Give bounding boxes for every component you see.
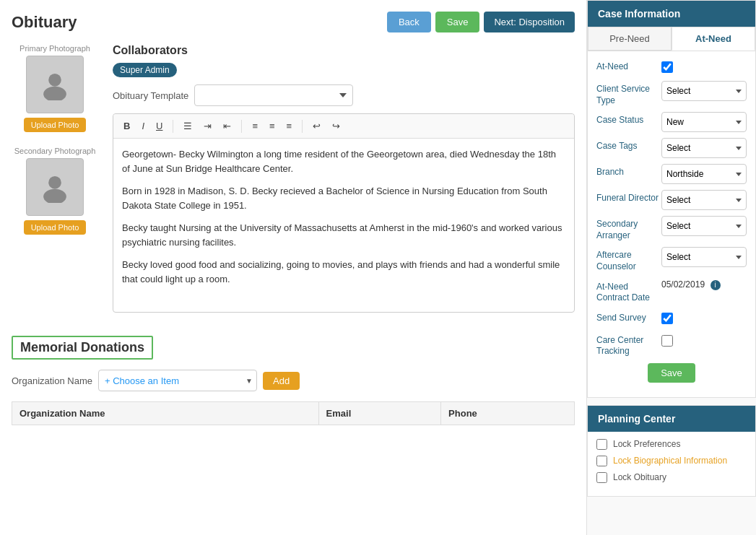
branch-select[interactable]: Northside — [661, 164, 747, 184]
care-center-row: Care Center Tracking — [596, 332, 747, 357]
org-row: Organization Name + Choose an Item Add — [12, 370, 575, 391]
photos-column: Primary Photograph Upload Photo Secondar… — [12, 44, 98, 324]
aftercare-counselor-label: Aftercare Counselor — [596, 247, 661, 272]
secondary-photo-label: Secondary Photograph — [12, 147, 98, 155]
lock-preferences-checkbox[interactable] — [596, 439, 607, 450]
send-survey-row: Send Survey — [596, 310, 747, 326]
editor-paragraph-2: Born in 1928 in Madison, S. D. Becky rec… — [122, 184, 565, 212]
back-button[interactable]: Back — [387, 12, 431, 32]
template-label: Obituary Template — [113, 90, 188, 101]
planning-panel-header: Planning Center — [588, 406, 755, 432]
choose-item-wrapper: + Choose an Item — [98, 370, 257, 391]
secondary-arranger-row: Secondary Arranger Select — [596, 216, 747, 241]
indent-button[interactable]: ⇥ — [199, 118, 216, 134]
planning-row-preferences: Lock Preferences — [596, 439, 747, 450]
unordered-list-button[interactable]: ☰ — [179, 118, 196, 134]
editor-paragraph-1: Georgetown- Becky Wilmington a long time… — [122, 147, 565, 175]
sep1 — [173, 120, 173, 133]
contract-date-control: 05/02/2019 i — [661, 279, 747, 290]
case-tags-select[interactable]: Select — [661, 138, 747, 158]
primary-photo-block: Primary Photograph Upload Photo — [12, 44, 98, 132]
outdent-button[interactable]: ⇤ — [219, 118, 235, 134]
tab-at-need[interactable]: At-Need — [672, 27, 755, 51]
secondary-photo-block: Secondary Photograph Upload Photo — [12, 147, 98, 235]
bold-button[interactable]: B — [119, 118, 134, 134]
funeral-director-row: Funeral Director Select — [596, 190, 747, 210]
align-left-button[interactable]: ≡ — [248, 118, 262, 134]
save-sidebar-button[interactable]: Save — [648, 363, 695, 383]
secondary-arranger-label: Secondary Arranger — [596, 216, 661, 241]
primary-upload-button[interactable]: Upload Photo — [24, 118, 87, 132]
contract-date-row: At-Need Contract Date 05/02/2019 i — [596, 279, 747, 304]
next-button[interactable]: Next: Disposition — [484, 12, 575, 32]
undo-button[interactable]: ↩ — [308, 118, 325, 134]
contract-date-label: At-Need Contract Date — [596, 279, 661, 304]
editor-body[interactable]: Georgetown- Becky Wilmington a long time… — [113, 139, 574, 312]
tab-pre-need[interactable]: Pre-Need — [588, 27, 672, 51]
send-survey-control — [661, 310, 747, 326]
aftercare-counselor-control: Select — [661, 247, 747, 267]
add-button[interactable]: Add — [263, 372, 300, 390]
care-center-control — [661, 332, 747, 349]
italic-button[interactable]: I — [137, 118, 149, 134]
planning-row-obituary: Lock Obituary — [596, 472, 747, 483]
col-email: Email — [318, 402, 441, 425]
svg-point-1 — [43, 87, 66, 100]
case-status-label: Case Status — [596, 112, 661, 126]
memorial-donations-section: Memorial Donations Organization Name + C… — [12, 336, 575, 425]
primary-photo-label: Primary Photograph — [12, 44, 98, 53]
contract-date-value: 05/02/2019 — [661, 277, 705, 290]
person-icon — [39, 69, 71, 100]
care-center-checkbox[interactable] — [661, 335, 673, 347]
care-center-label: Care Center Tracking — [596, 332, 661, 357]
case-tags-control: Select — [661, 138, 747, 158]
case-status-control: New — [661, 112, 747, 132]
secondary-photo-placeholder — [26, 158, 84, 216]
sep3 — [302, 120, 303, 133]
lock-preferences-label: Lock Preferences — [613, 439, 680, 449]
admin-badge: Super Admin — [113, 63, 177, 77]
secondary-arranger-control: Select — [661, 216, 747, 236]
case-status-select[interactable]: New — [661, 112, 747, 132]
branch-control: Northside — [661, 164, 747, 184]
collaborators-label: Collaborators — [113, 44, 575, 57]
contract-date-info-icon[interactable]: i — [711, 280, 721, 290]
send-survey-checkbox[interactable] — [661, 313, 673, 324]
planning-fields: Lock Preferences Lock Biographical Infor… — [588, 432, 755, 496]
underline-button[interactable]: U — [152, 118, 167, 134]
save-main-button[interactable]: Save — [435, 12, 480, 32]
template-select[interactable] — [194, 84, 353, 106]
org-label: Organization Name — [12, 375, 92, 386]
choose-item-select[interactable]: + Choose an Item — [98, 370, 257, 391]
aftercare-counselor-row: Aftercare Counselor Select — [596, 247, 747, 272]
branch-label: Branch — [596, 164, 661, 178]
col-org-name: Organization Name — [12, 402, 319, 425]
case-fields: At-Need Client Service Type Select Case … — [588, 51, 755, 397]
case-tags-label: Case Tags — [596, 138, 661, 152]
svg-point-3 — [43, 189, 66, 203]
redo-button[interactable]: ↪ — [328, 118, 344, 134]
align-right-button[interactable]: ≡ — [282, 118, 297, 134]
funeral-director-label: Funeral Director — [596, 190, 661, 204]
align-center-button[interactable]: ≡ — [265, 118, 279, 134]
case-tags-row: Case Tags Select — [596, 138, 747, 158]
secondary-upload-button[interactable]: Upload Photo — [24, 220, 87, 235]
client-service-type-select[interactable]: Select — [661, 81, 747, 101]
right-sidebar: Case Information Pre-Need At-Need At-Nee… — [586, 0, 756, 535]
aftercare-counselor-select[interactable]: Select — [661, 247, 747, 267]
secondary-arranger-select[interactable]: Select — [661, 216, 747, 236]
at-need-checkbox[interactable] — [661, 61, 673, 73]
editor-paragraph-4: Becky loved good food and socializing, g… — [122, 258, 565, 286]
client-service-type-row: Client Service Type Select — [596, 81, 747, 106]
lock-biographical-checkbox[interactable] — [596, 456, 607, 466]
planning-row-biographical: Lock Biographical Information — [596, 456, 747, 466]
funeral-director-select[interactable]: Select — [661, 190, 747, 210]
send-survey-label: Send Survey — [596, 310, 661, 324]
lock-obituary-checkbox[interactable] — [596, 472, 607, 483]
at-need-control — [661, 58, 747, 75]
person-icon-2 — [39, 171, 71, 203]
editor-paragraph-3: Becky taught Nursing at the University o… — [122, 221, 565, 249]
sep2 — [241, 120, 242, 133]
case-status-row: Case Status New — [596, 112, 747, 132]
case-panel-header: Case Information — [588, 1, 755, 27]
